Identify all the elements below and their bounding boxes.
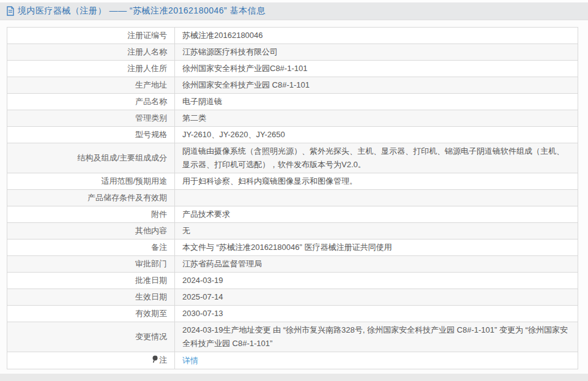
row-value: 用于妇科诊察、妇科内窥镜图像显示和图像管理。: [175, 173, 578, 190]
pin-icon: [152, 354, 158, 368]
row-label: 型号规格: [7, 127, 175, 143]
table-row-structure-composition: 结构及组成/主要组成成分 阴道镜由摄像系统（含照明光源）、紫外光探头、主机、显示…: [7, 143, 578, 173]
row-value: 详情: [175, 352, 578, 369]
details-link[interactable]: 详情: [182, 356, 198, 365]
row-value: 徐州国家安全科技产业园C8#-1-101: [175, 61, 578, 77]
row-label: 注册人住所: [7, 61, 175, 77]
row-value: 电子阴道镜: [175, 94, 578, 110]
row-value: 江苏省药品监督管理局: [175, 256, 578, 273]
row-value: 徐州国家安全科技产业园 C8#-1-101: [175, 77, 578, 94]
table-row-other-content: 其他内容 无: [7, 223, 578, 240]
note-label: 注: [159, 355, 167, 364]
table-row-product-name: 产品名称 电子阴道镜: [7, 94, 578, 110]
table-row-model-specification: 型号规格 JY-2610、JY-2620、JY-2650: [7, 127, 578, 143]
content-panel: 注册证编号 苏械注准20162180046 注册人名称 江苏锦源医疗科技有限公司…: [0, 20, 588, 374]
row-value: 无: [175, 223, 578, 240]
row-label: 备注: [7, 240, 175, 256]
row-value: [175, 190, 578, 206]
row-value: 2030-07-13: [175, 306, 578, 322]
row-label: 生效日期: [7, 289, 175, 306]
table-row-valid-until: 有效期至 2030-07-13: [7, 306, 578, 322]
table-row-storage-conditions: 产品储存条件及有效期: [7, 190, 578, 206]
row-label: 管理类别: [7, 110, 175, 127]
row-value: 江苏锦源医疗科技有限公司: [175, 44, 578, 61]
table-row-attachments: 附件 产品技术要求: [7, 206, 578, 223]
device-info-table: 注册证编号 苏械注准20162180046 注册人名称 江苏锦源医疗科技有限公司…: [7, 27, 578, 369]
row-value: 产品技术要求: [175, 206, 578, 223]
row-label: 注册证编号: [7, 28, 175, 44]
table-row-registrant-address: 注册人住所 徐州国家安全科技产业园C8#-1-101: [7, 61, 578, 77]
row-label: 注: [7, 352, 175, 369]
row-label: 产品名称: [7, 94, 175, 110]
row-label: 有效期至: [7, 306, 175, 322]
row-label: 适用范围/预期用途: [7, 173, 175, 190]
table-row-management-category: 管理类别 第二类: [7, 110, 578, 127]
page-title: 境内医疗器械（注册） —— “苏械注准20162180046” 基本信息: [18, 6, 266, 17]
row-label: 审批部门: [7, 256, 175, 273]
row-label: 变更情况: [7, 322, 175, 352]
row-value: 2024-03-19生产地址变更 由 “徐州市复兴南路328号, 徐州国家安全科…: [175, 322, 578, 352]
row-label: 注册人名称: [7, 44, 175, 61]
table-row-change-history: 变更情况 2024-03-19生产地址变更 由 “徐州市复兴南路328号, 徐州…: [7, 322, 578, 352]
table-row-effective-date: 生效日期 2025-07-14: [7, 289, 578, 306]
row-label: 批准日期: [7, 273, 175, 289]
row-label: 其他内容: [7, 223, 175, 240]
table-row-intended-use: 适用范围/预期用途 用于妇科诊察、妇科内窥镜图像显示和图像管理。: [7, 173, 578, 190]
document-icon: [6, 6, 15, 16]
page-header: 境内医疗器械（注册） —— “苏械注准20162180046” 基本信息: [0, 2, 588, 20]
row-label: 结构及组成/主要组成成分: [7, 143, 175, 173]
row-value: 本文件与 “苏械注准20162180046” 医疗器械注册证共同使用: [175, 240, 578, 256]
table-row-approval-department: 审批部门 江苏省药品监督管理局: [7, 256, 578, 273]
row-value: 阴道镜由摄像系统（含照明光源）、紫外光探头、主机、显示器、打印机、锦源电子阴道镜…: [175, 143, 578, 173]
row-label: 附件: [7, 206, 175, 223]
table-row-approval-date: 批准日期 2024-03-19: [7, 273, 578, 289]
table-row-production-address: 生产地址 徐州国家安全科技产业园 C8#-1-101: [7, 77, 578, 94]
row-value: 第二类: [175, 110, 578, 127]
table-row-remarks: 备注 本文件与 “苏械注准20162180046” 医疗器械注册证共同使用: [7, 240, 578, 256]
row-value: JY-2610、JY-2620、JY-2650: [175, 127, 578, 143]
row-value: 苏械注准20162180046: [175, 28, 578, 44]
table-row-registration-number: 注册证编号 苏械注准20162180046: [7, 28, 578, 44]
row-label: 生产地址: [7, 77, 175, 94]
table-row-registrant-name: 注册人名称 江苏锦源医疗科技有限公司: [7, 44, 578, 61]
table-row-note: 注 详情: [7, 352, 578, 369]
row-label: 产品储存条件及有效期: [7, 190, 175, 206]
row-value: 2024-03-19: [175, 273, 578, 289]
row-value: 2025-07-14: [175, 289, 578, 306]
